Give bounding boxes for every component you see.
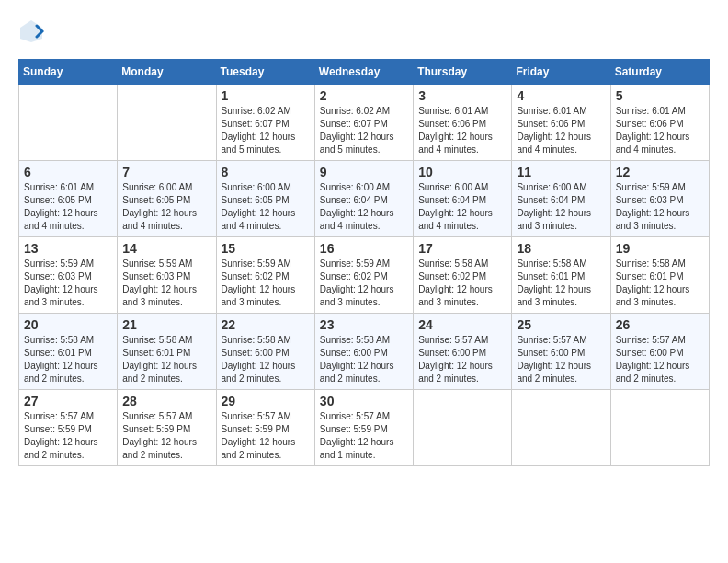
day-info: Sunrise: 5:57 AM Sunset: 6:00 PM Dayligh… xyxy=(418,334,506,385)
day-number: 25 xyxy=(517,317,605,332)
day-info: Sunrise: 5:59 AM Sunset: 6:02 PM Dayligh… xyxy=(320,258,408,309)
day-number: 23 xyxy=(320,317,408,332)
day-number: 21 xyxy=(122,317,210,332)
calendar-cell xyxy=(118,85,216,161)
calendar-cell: 27Sunrise: 5:57 AM Sunset: 5:59 PM Dayli… xyxy=(19,390,118,466)
calendar-cell: 14Sunrise: 5:59 AM Sunset: 6:03 PM Dayli… xyxy=(118,237,216,314)
day-number: 29 xyxy=(222,394,310,408)
calendar-cell: 4Sunrise: 6:01 AM Sunset: 6:06 PM Daylig… xyxy=(512,85,610,161)
calendar-cell: 29Sunrise: 5:57 AM Sunset: 5:59 PM Dayli… xyxy=(216,390,314,466)
calendar-week-row: 20Sunrise: 5:58 AM Sunset: 6:01 PM Dayli… xyxy=(19,314,710,390)
day-info: Sunrise: 5:58 AM Sunset: 6:00 PM Dayligh… xyxy=(222,334,310,385)
calendar-week-row: 1Sunrise: 6:02 AM Sunset: 6:07 PM Daylig… xyxy=(19,85,710,161)
day-number: 17 xyxy=(418,241,506,256)
day-number: 15 xyxy=(222,241,310,256)
day-info: Sunrise: 6:00 AM Sunset: 6:04 PM Dayligh… xyxy=(320,181,408,233)
day-number: 24 xyxy=(418,317,506,332)
day-info: Sunrise: 5:59 AM Sunset: 6:03 PM Dayligh… xyxy=(122,258,210,309)
day-info: Sunrise: 5:57 AM Sunset: 6:00 PM Dayligh… xyxy=(517,334,605,385)
day-number: 16 xyxy=(320,241,408,256)
calendar-cell: 23Sunrise: 5:58 AM Sunset: 6:00 PM Dayli… xyxy=(314,314,413,390)
calendar-cell: 24Sunrise: 5:57 AM Sunset: 6:00 PM Dayli… xyxy=(414,314,512,390)
day-number: 8 xyxy=(222,165,310,179)
day-number: 14 xyxy=(122,241,210,256)
day-number: 7 xyxy=(122,165,210,179)
calendar-table: SundayMondayTuesdayWednesdayThursdayFrid… xyxy=(18,59,710,466)
calendar-cell: 6Sunrise: 6:01 AM Sunset: 6:05 PM Daylig… xyxy=(19,161,118,237)
day-info: Sunrise: 6:00 AM Sunset: 6:05 PM Dayligh… xyxy=(222,181,310,233)
calendar-cell: 8Sunrise: 6:00 AM Sunset: 6:05 PM Daylig… xyxy=(216,161,314,237)
day-info: Sunrise: 6:01 AM Sunset: 6:06 PM Dayligh… xyxy=(616,105,704,156)
day-info: Sunrise: 5:57 AM Sunset: 6:00 PM Dayligh… xyxy=(616,334,704,385)
day-number: 1 xyxy=(222,88,310,103)
day-number: 30 xyxy=(320,394,408,408)
logo-icon xyxy=(18,18,44,44)
day-info: Sunrise: 5:59 AM Sunset: 6:03 PM Dayligh… xyxy=(616,181,704,233)
calendar-cell: 12Sunrise: 5:59 AM Sunset: 6:03 PM Dayli… xyxy=(610,161,709,237)
day-info: Sunrise: 5:58 AM Sunset: 6:01 PM Dayligh… xyxy=(616,258,704,309)
day-number: 12 xyxy=(616,165,704,179)
day-number: 2 xyxy=(320,88,408,103)
calendar-cell: 3Sunrise: 6:01 AM Sunset: 6:06 PM Daylig… xyxy=(414,85,512,161)
calendar-cell: 7Sunrise: 6:00 AM Sunset: 6:05 PM Daylig… xyxy=(118,161,216,237)
day-of-week-header: Monday xyxy=(118,60,216,85)
day-info: Sunrise: 5:58 AM Sunset: 6:01 PM Dayligh… xyxy=(517,258,605,309)
day-number: 4 xyxy=(517,88,605,103)
day-of-week-header: Saturday xyxy=(610,60,709,85)
day-number: 26 xyxy=(616,317,704,332)
day-of-week-header: Wednesday xyxy=(314,60,413,85)
calendar-cell: 5Sunrise: 6:01 AM Sunset: 6:06 PM Daylig… xyxy=(610,85,709,161)
calendar-week-row: 27Sunrise: 5:57 AM Sunset: 5:59 PM Dayli… xyxy=(19,390,710,466)
calendar-cell xyxy=(512,390,610,466)
day-info: Sunrise: 5:58 AM Sunset: 6:01 PM Dayligh… xyxy=(24,334,112,385)
day-number: 22 xyxy=(222,317,310,332)
day-info: Sunrise: 5:58 AM Sunset: 6:01 PM Dayligh… xyxy=(122,334,210,385)
day-info: Sunrise: 6:01 AM Sunset: 6:06 PM Dayligh… xyxy=(418,105,506,156)
logo xyxy=(18,18,48,44)
day-number: 13 xyxy=(24,241,112,256)
calendar-cell: 16Sunrise: 5:59 AM Sunset: 6:02 PM Dayli… xyxy=(314,237,413,314)
calendar-cell xyxy=(414,390,512,466)
day-info: Sunrise: 6:02 AM Sunset: 6:07 PM Dayligh… xyxy=(222,105,310,156)
day-info: Sunrise: 5:57 AM Sunset: 5:59 PM Dayligh… xyxy=(320,410,408,462)
calendar-cell xyxy=(19,85,118,161)
day-info: Sunrise: 6:00 AM Sunset: 6:04 PM Dayligh… xyxy=(418,181,506,233)
calendar-week-row: 13Sunrise: 5:59 AM Sunset: 6:03 PM Dayli… xyxy=(19,237,710,314)
day-number: 28 xyxy=(122,394,210,408)
day-of-week-header: Tuesday xyxy=(216,60,314,85)
day-info: Sunrise: 6:01 AM Sunset: 6:05 PM Dayligh… xyxy=(24,181,112,233)
day-info: Sunrise: 5:58 AM Sunset: 6:02 PM Dayligh… xyxy=(418,258,506,309)
calendar-cell xyxy=(610,390,709,466)
day-info: Sunrise: 5:57 AM Sunset: 5:59 PM Dayligh… xyxy=(222,410,310,462)
day-info: Sunrise: 5:57 AM Sunset: 5:59 PM Dayligh… xyxy=(24,410,112,462)
day-number: 10 xyxy=(418,165,506,179)
calendar-cell: 1Sunrise: 6:02 AM Sunset: 6:07 PM Daylig… xyxy=(216,85,314,161)
calendar-cell: 26Sunrise: 5:57 AM Sunset: 6:00 PM Dayli… xyxy=(610,314,709,390)
day-number: 20 xyxy=(24,317,112,332)
day-info: Sunrise: 6:01 AM Sunset: 6:06 PM Dayligh… xyxy=(517,105,605,156)
svg-marker-0 xyxy=(20,20,42,42)
calendar-cell: 11Sunrise: 6:00 AM Sunset: 6:04 PM Dayli… xyxy=(512,161,610,237)
day-number: 11 xyxy=(517,165,605,179)
day-info: Sunrise: 5:57 AM Sunset: 5:59 PM Dayligh… xyxy=(122,410,210,462)
calendar-cell: 20Sunrise: 5:58 AM Sunset: 6:01 PM Dayli… xyxy=(19,314,118,390)
day-number: 18 xyxy=(517,241,605,256)
calendar-cell: 10Sunrise: 6:00 AM Sunset: 6:04 PM Dayli… xyxy=(414,161,512,237)
day-number: 6 xyxy=(24,165,112,179)
day-number: 3 xyxy=(418,88,506,103)
calendar-cell: 2Sunrise: 6:02 AM Sunset: 6:07 PM Daylig… xyxy=(314,85,413,161)
calendar-header-row: SundayMondayTuesdayWednesdayThursdayFrid… xyxy=(19,60,710,85)
calendar-cell: 15Sunrise: 5:59 AM Sunset: 6:02 PM Dayli… xyxy=(216,237,314,314)
calendar-cell: 22Sunrise: 5:58 AM Sunset: 6:00 PM Dayli… xyxy=(216,314,314,390)
day-info: Sunrise: 6:00 AM Sunset: 6:05 PM Dayligh… xyxy=(122,181,210,233)
day-of-week-header: Sunday xyxy=(19,60,118,85)
calendar-cell: 19Sunrise: 5:58 AM Sunset: 6:01 PM Dayli… xyxy=(610,237,709,314)
calendar-cell: 17Sunrise: 5:58 AM Sunset: 6:02 PM Dayli… xyxy=(414,237,512,314)
day-number: 5 xyxy=(616,88,704,103)
calendar-cell: 18Sunrise: 5:58 AM Sunset: 6:01 PM Dayli… xyxy=(512,237,610,314)
calendar-cell: 30Sunrise: 5:57 AM Sunset: 5:59 PM Dayli… xyxy=(314,390,413,466)
calendar-cell: 28Sunrise: 5:57 AM Sunset: 5:59 PM Dayli… xyxy=(118,390,216,466)
day-number: 27 xyxy=(24,394,112,408)
day-info: Sunrise: 5:59 AM Sunset: 6:02 PM Dayligh… xyxy=(222,258,310,309)
day-info: Sunrise: 5:58 AM Sunset: 6:00 PM Dayligh… xyxy=(320,334,408,385)
